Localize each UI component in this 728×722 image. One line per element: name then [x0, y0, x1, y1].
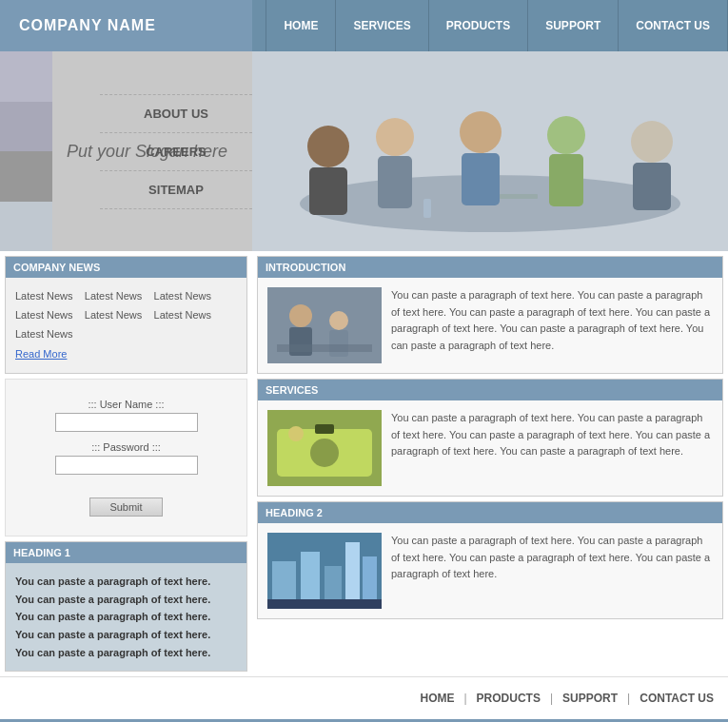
news-link-3[interactable]: Latest News	[154, 290, 212, 302]
introduction-section: INTRODUCTION You can paste a paragraph o…	[257, 256, 723, 374]
nav-support[interactable]: SUPPORT	[528, 0, 619, 51]
footer-sep-3: |	[627, 692, 630, 705]
hero-img-simulation	[252, 51, 728, 251]
heading1-section: HEADING 1 You can paste a paragraph of t…	[5, 541, 247, 672]
nav-services[interactable]: SERVICES	[336, 0, 428, 51]
svg-rect-9	[549, 154, 583, 206]
footer-sep-1: |	[463, 692, 466, 705]
username-label: ::: User Name :::	[15, 399, 237, 410]
svg-rect-11	[633, 163, 671, 210]
svg-rect-13	[500, 194, 538, 199]
introduction-header: INTRODUCTION	[258, 257, 722, 278]
logo-text: COMPANY NAME	[19, 17, 156, 34]
subnav-about[interactable]: ABOUT US	[100, 94, 252, 133]
heading1-body: You can paste a paragraph of text here. …	[6, 563, 246, 671]
company-news-section: COMPANY NEWS Latest News Latest News Lat…	[5, 256, 247, 374]
footer-nav-support[interactable]: SUPPORT	[562, 692, 618, 705]
heading1-text: You can paste a paragraph of text here. …	[15, 573, 237, 661]
svg-rect-29	[345, 542, 360, 609]
svg-rect-7	[462, 153, 500, 205]
svg-point-15	[289, 304, 312, 327]
introduction-text: You can paste a paragraph of text here. …	[391, 287, 713, 354]
svg-point-10	[631, 121, 673, 163]
services-image	[267, 410, 382, 486]
footer-nav-home[interactable]: HOME	[420, 692, 454, 705]
introduction-image	[267, 287, 382, 363]
left-sub: Put your Slogan here ABOUT US CAREERS SI…	[0, 51, 252, 251]
hero-image	[252, 51, 728, 251]
submit-button[interactable]: Submit	[89, 498, 162, 517]
nav-products[interactable]: PRODUCTS	[429, 0, 528, 51]
heading1-header: HEADING 1	[6, 542, 246, 563]
username-input[interactable]	[55, 413, 198, 432]
heading2-section: HEADING 2 You can paste a paragraph of t…	[257, 501, 723, 619]
heading2-header: HEADING 2	[258, 502, 722, 523]
news-link-1[interactable]: Latest News	[15, 290, 73, 302]
news-link-2[interactable]: Latest News	[85, 290, 143, 302]
subnav-sitemap[interactable]: SITEMAP	[100, 171, 252, 209]
svg-point-22	[310, 439, 339, 467]
color-block-3	[0, 151, 52, 202]
svg-point-6	[460, 111, 502, 153]
color-block-2	[0, 102, 52, 152]
svg-rect-12	[423, 199, 431, 218]
services-header: SERVICES	[258, 380, 722, 400]
services-text: You can paste a paragraph of text here. …	[391, 410, 713, 460]
services-section: SERVICES You can paste a paragraph of te…	[257, 379, 723, 497]
password-input[interactable]	[55, 456, 198, 475]
color-blocks	[0, 51, 52, 251]
nav-contact[interactable]: CONTACT US	[619, 0, 728, 51]
heading2-text: You can paste a paragraph of text here. …	[391, 533, 713, 583]
subnav-careers[interactable]: CAREERS	[100, 133, 252, 171]
header: COMPANY NAME HOME SERVICES PRODUCTS SUPP…	[0, 0, 728, 51]
read-more-link[interactable]: Read More	[15, 348, 237, 360]
left-column: COMPANY NEWS Latest News Latest News Lat…	[0, 251, 252, 676]
heading2-image	[267, 533, 382, 609]
svg-point-2	[307, 126, 349, 167]
svg-rect-31	[267, 599, 382, 609]
introduction-body: You can paste a paragraph of text here. …	[258, 278, 722, 373]
sub-nav: ABOUT US CAREERS SITEMAP	[100, 51, 252, 251]
svg-point-24	[288, 426, 304, 441]
right-column: INTRODUCTION You can paste a paragraph o…	[252, 251, 728, 676]
news-body: Latest News Latest News Latest News Late…	[6, 278, 246, 373]
svg-point-8	[547, 116, 585, 154]
footer-sep-2: |	[550, 692, 553, 705]
footer-nav: HOME | PRODUCTS | SUPPORT | CONTACT US	[0, 676, 728, 719]
news-link-7[interactable]: Latest News	[15, 328, 73, 340]
logo-area: COMPANY NAME	[0, 0, 252, 51]
services-body: You can paste a paragraph of text here. …	[258, 400, 722, 496]
main-content: COMPANY NEWS Latest News Latest News Lat…	[0, 251, 728, 676]
news-links: Latest News Latest News Latest News Late…	[15, 287, 237, 343]
footer-nav-contact[interactable]: CONTACT US	[639, 692, 714, 705]
news-link-4[interactable]: Latest News	[15, 309, 73, 321]
login-section: ::: User Name ::: ::: Password ::: Submi…	[5, 379, 247, 537]
svg-rect-18	[329, 330, 348, 357]
password-label: ::: Password :::	[15, 441, 237, 453]
svg-rect-3	[309, 167, 347, 215]
news-link-5[interactable]: Latest News	[85, 309, 143, 321]
svg-point-17	[329, 311, 348, 330]
company-news-header: COMPANY NEWS	[6, 257, 246, 278]
svg-rect-23	[315, 424, 334, 434]
nav-home[interactable]: HOME	[266, 0, 336, 51]
footer-nav-products[interactable]: PRODUCTS	[477, 692, 541, 705]
svg-rect-5	[378, 156, 412, 208]
color-block-1	[0, 51, 52, 102]
color-block-4	[0, 202, 52, 252]
heading2-body: You can paste a paragraph of text here. …	[258, 523, 722, 618]
svg-point-4	[376, 118, 414, 156]
sub-header: Put your Slogan here ABOUT US CAREERS SI…	[0, 51, 728, 251]
svg-rect-19	[277, 344, 372, 352]
main-nav: HOME SERVICES PRODUCTS SUPPORT CONTACT U…	[252, 0, 728, 51]
news-link-6[interactable]: Latest News	[154, 309, 212, 321]
